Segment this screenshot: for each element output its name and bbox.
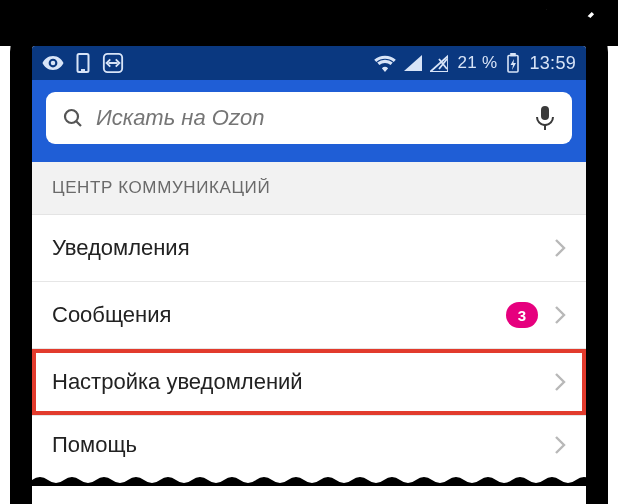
clock: 13:59 [529,53,576,74]
list-item-label: Настройка уведомлений [52,369,303,395]
search-icon [60,105,86,131]
section-title: ЦЕНТР КОММУНИКАЦИЙ [32,162,586,215]
list-item-notifications[interactable]: Уведомления [32,215,586,282]
wifi-icon [374,54,396,72]
list-item-help[interactable]: Помощь [32,416,586,474]
device-frame: 21 % 13:59 [0,0,618,504]
chevron-right-icon [554,372,566,392]
svg-point-7 [65,110,78,123]
list: Уведомления Сообщения 3 Настройка уведом [32,215,586,474]
chevron-right-icon [554,435,566,455]
search-box[interactable] [46,92,572,144]
list-item-label: Сообщения [52,302,171,328]
signal-icon [404,55,422,71]
svg-rect-6 [511,54,515,56]
battery-percent: 21 % [458,53,498,73]
torn-edge [32,474,586,486]
svg-line-8 [76,121,81,126]
list-item-label: Уведомления [52,235,190,261]
status-bar: 21 % 13:59 [32,46,586,80]
screen: 21 % 13:59 [32,46,586,504]
svg-rect-9 [541,106,549,120]
list-item-messages[interactable]: Сообщения 3 [32,282,586,349]
battery-charging-icon [507,53,519,73]
list-item-label: Помощь [52,432,137,458]
list-item-notification-settings[interactable]: Настройка уведомлений [32,349,586,416]
signal-off-icon [430,54,448,72]
svg-point-0 [51,61,56,66]
search-input[interactable] [96,105,522,131]
device-bezel: 21 % 13:59 [10,10,608,504]
teamviewer-icon [102,52,124,74]
badge-count: 3 [506,302,538,328]
eye-icon [42,56,64,70]
app-header [32,80,586,162]
chevron-right-icon [554,238,566,258]
device-icon [76,53,90,73]
microphone-icon[interactable] [532,105,558,131]
chevron-right-icon [554,305,566,325]
